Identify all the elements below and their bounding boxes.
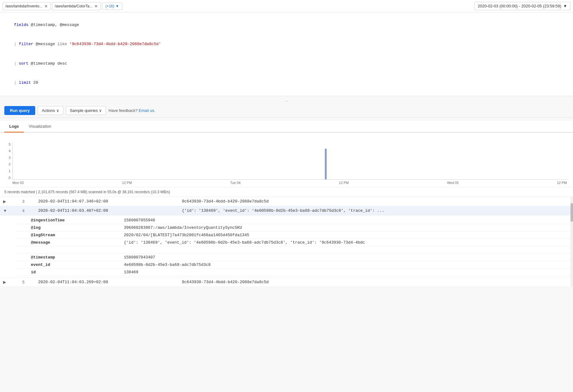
query-line-4: | limit 20: [4, 73, 569, 92]
results-wrapper: ▶ 3 2020-02-04T11:04:07.346+02:00 9c6439…: [0, 197, 573, 287]
scrollbar-thumb[interactable]: [571, 203, 573, 222]
chart-bar-1: [325, 149, 327, 179]
query-line-3: | sort @timestamp desc: [4, 54, 569, 73]
actions-label: Actions: [42, 108, 55, 113]
table-row-expanded[interactable]: ▼ 4 2020-02-04T11:04:03.407+02:00 {'id':…: [0, 206, 573, 215]
chart-area: 0 1 2 3 4 5 Mon 03 12 PM Tue 04 12 PM We…: [0, 133, 573, 187]
sample-queries-button[interactable]: Sample queries ∨: [66, 106, 106, 115]
row-number-5: 5: [19, 277, 35, 287]
tab-visualization[interactable]: Visualization: [24, 121, 56, 133]
actions-button[interactable]: Actions ∨: [38, 106, 63, 115]
date-range-picker[interactable]: 2020-02-03 (00:00:00) - 2020-02-05 (23:5…: [474, 2, 571, 10]
stats-text: 5 records matched | 2,101,875 records (5…: [4, 190, 170, 194]
row-message-3: 9c643930-73d4-4bdd-b420-2088e7da8c5d: [179, 197, 573, 206]
sample-queries-chevron-icon: ∨: [99, 108, 102, 113]
chart-x-axis: Mon 03 12 PM Tue 04 12 PM Wed 05 12 PM: [6, 180, 567, 187]
stats-bar: 5 records matched | 2,101,875 records (5…: [0, 187, 573, 197]
row-expand-icon[interactable]: ▶: [0, 197, 19, 206]
tab-logs[interactable]: Logs: [4, 121, 24, 133]
detail-ingestion-time: @ingestionTime 1580807055946 @log 396060…: [0, 215, 573, 277]
log-group-tab-1[interactable]: /aws/lambda/Invento... ✕: [2, 2, 51, 10]
query-editor[interactable]: fields @timestamp, @message | filter @me…: [0, 12, 573, 96]
expand-triangle-3[interactable]: ▶: [3, 199, 6, 204]
date-range-label: 2020-02-03 (00:00:00) - 2020-02-05 (23:5…: [478, 4, 561, 8]
row-message-5: 9c643930-73d4-4bdd-b420-2088e7da8c5d: [179, 277, 573, 287]
sample-queries-label: Sample queries: [70, 108, 98, 113]
feedback-text: Have feedback? Email us.: [108, 108, 155, 113]
top-bar: /aws/lambda/Invento... ✕ /aws/lambda/Col…: [0, 0, 573, 12]
table-row[interactable]: ▶ 5 2020-02-04T11:04:03.269+02:00 9c6439…: [0, 277, 573, 287]
log-group-tab-1-label: /aws/lambda/Invento...: [5, 4, 42, 8]
chart-plot: [12, 143, 567, 180]
chart-y-axis: 0 1 2 3 4 5: [6, 143, 11, 180]
log-group-tab-2-label: /aws/lambda/ColorTa...: [55, 4, 92, 8]
query-line-2: | filter @message like '9c643930-73d4-4b…: [4, 35, 569, 54]
close-tab-1-icon[interactable]: ✕: [44, 4, 48, 9]
row-number-3: 3: [19, 197, 35, 206]
expand-icon-5[interactable]: ▶: [0, 277, 19, 287]
table-row[interactable]: ▶ 3 2020-02-04T11:04:07.346+02:00 9c6439…: [0, 197, 573, 206]
row-number-4: 4: [19, 206, 35, 215]
query-expand-ellipsis[interactable]: ...: [0, 96, 573, 104]
query-line-1: fields @timestamp, @message: [4, 15, 569, 35]
scrollbar-track: [571, 197, 573, 287]
row-message-4: {'id': '138469', 'event_id': '4e60598b-0…: [179, 206, 573, 215]
expand-triangle-5[interactable]: ▶: [3, 280, 6, 284]
more-tabs-label: (+16): [105, 4, 114, 8]
results-tabs: Logs Visualization: [0, 121, 573, 133]
close-tab-2-icon[interactable]: ✕: [94, 4, 98, 9]
chart-container: 0 1 2 3 4 5: [6, 136, 567, 180]
run-query-button[interactable]: Run query: [4, 106, 35, 115]
toolbar: Run query Actions ∨ Sample queries ∨ Hav…: [0, 104, 573, 118]
date-range-chevron-icon: ▼: [563, 4, 567, 8]
more-tabs-button[interactable]: (+16) ▼: [102, 2, 122, 10]
actions-chevron-icon: ∨: [56, 108, 59, 113]
email-us-link[interactable]: Email us.: [139, 108, 155, 113]
more-tabs-chevron-icon: ▼: [116, 4, 119, 8]
row-timestamp-3: 2020-02-04T11:04:07.346+02:00: [35, 197, 179, 206]
results-table: ▶ 3 2020-02-04T11:04:07.346+02:00 9c6439…: [0, 197, 573, 287]
expand-icon-4[interactable]: ▼: [0, 206, 19, 215]
log-group-tab-2[interactable]: /aws/lambda/ColorTa... ✕: [52, 2, 101, 10]
row-timestamp-5: 2020-02-04T11:04:03.269+02:00: [35, 277, 179, 287]
row-timestamp-4: 2020-02-04T11:04:03.407+02:00: [35, 206, 179, 215]
expand-triangle-4[interactable]: ▼: [3, 208, 7, 213]
